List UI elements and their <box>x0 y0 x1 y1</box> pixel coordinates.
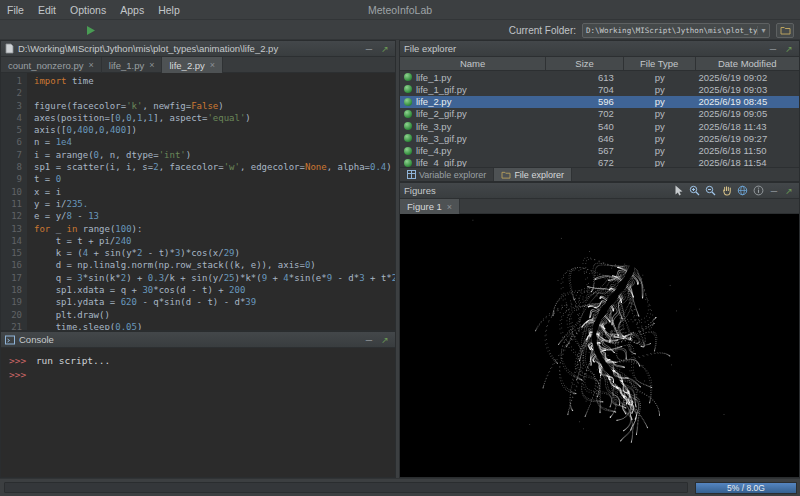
progress-bar <box>4 482 688 493</box>
minimize-icon[interactable]: ─ <box>363 334 375 346</box>
minimize-icon[interactable]: ─ <box>768 185 780 197</box>
minimize-icon[interactable]: ─ <box>363 43 375 55</box>
identify-info-icon[interactable] <box>752 184 765 197</box>
select-arrow-icon[interactable] <box>672 184 685 197</box>
file-name-cell: life_1.py <box>400 72 546 83</box>
table-row[interactable]: life_1.py613py2025/6/19 09:02 <box>400 71 799 83</box>
file-size-cell: 646 <box>546 133 624 144</box>
full-extent-globe-icon[interactable] <box>736 184 749 197</box>
figure-canvas-area[interactable] <box>400 214 799 477</box>
code-area[interactable]: import time figure(facecolor='k', newfig… <box>27 73 395 330</box>
figure-tab[interactable]: Figure 1 × <box>400 199 460 214</box>
editor-tab[interactable]: life_2.py× <box>162 57 223 73</box>
memory-usage-indicator: 5% / 8.0G <box>695 482 797 494</box>
figure-canvas[interactable] <box>400 214 799 477</box>
console-line: >>> <box>9 368 387 382</box>
float-panel-icon[interactable]: ↗ <box>379 334 391 346</box>
editor-tab-label: life_2.py <box>169 60 204 71</box>
file-size-cell: 702 <box>546 108 624 119</box>
tab-variable-explorer[interactable]: Variable explorer <box>400 168 494 181</box>
minimize-icon[interactable]: ─ <box>767 43 779 55</box>
console-title-bar: Console ─ ↗ <box>1 332 395 348</box>
file-date-cell: 2025/6/19 09:02 <box>696 72 799 83</box>
editor-tab[interactable]: life_1.py× <box>102 57 163 73</box>
editor-tab-bar: count_nonzero.py×life_1.py×life_2.py× <box>1 57 395 73</box>
figures-title: Figures <box>404 185 668 196</box>
terminal-icon <box>5 335 15 345</box>
tab-file-explorer[interactable]: File explorer <box>494 168 572 181</box>
zoom-in-icon[interactable] <box>688 184 701 197</box>
python-file-icon <box>404 122 412 130</box>
menu-file[interactable]: File <box>0 4 31 16</box>
editor-panel: D:\Working\MIScript\Jython\mis\plot_type… <box>0 40 396 331</box>
file-type-cell: py <box>624 133 696 144</box>
editor-title: D:\Working\MIScript\Jython\mis\plot_type… <box>18 43 359 54</box>
file-date-cell: 2025/6/18 11:50 <box>696 145 799 156</box>
tab-close-icon[interactable]: × <box>447 202 452 212</box>
file-date-cell: 2025/6/19 08:45 <box>696 96 799 107</box>
console-panel: Console ─ ↗ >>> run script...>>> <box>0 331 396 478</box>
figure-toolbar: ─ ↗ <box>672 184 795 197</box>
run-script-button[interactable] <box>82 22 98 38</box>
file-type-cell: py <box>624 72 696 83</box>
table-row[interactable]: life_1_gif.py704py2025/6/19 09:03 <box>400 83 799 95</box>
file-explorer-title: File explorer <box>404 43 763 54</box>
menu-bar: File Edit Options Apps Help MeteoInfoLab <box>0 0 800 20</box>
console-output[interactable]: >>> run script...>>> <box>1 348 395 477</box>
file-name-cell: life_3.py <box>400 121 546 132</box>
table-row[interactable]: life_2.py596py2025/6/19 08:45 <box>400 96 799 108</box>
file-name-cell: life_4.py <box>400 145 546 156</box>
file-size-cell: 540 <box>546 121 624 132</box>
editor-tab[interactable]: count_nonzero.py× <box>1 57 102 73</box>
file-name-cell: life_1_gif.py <box>400 84 546 95</box>
float-panel-icon[interactable]: ↗ <box>783 43 795 55</box>
menu-apps[interactable]: Apps <box>113 4 151 16</box>
memory-usage-label: 5% / 8.0G <box>727 483 765 493</box>
table-row[interactable]: life_2_gif.py702py2025/6/19 09:05 <box>400 108 799 120</box>
file-type-cell: py <box>624 145 696 156</box>
column-header-date-modified[interactable]: Date Modified <box>696 57 799 70</box>
menu-edit[interactable]: Edit <box>31 4 63 16</box>
status-bar: 5% / 8.0G <box>0 478 800 496</box>
tab-close-icon[interactable]: × <box>89 60 94 70</box>
table-row[interactable]: life_3.py540py2025/6/18 11:43 <box>400 120 799 132</box>
explorer-bottom-tabs: Variable explorerFile explorer <box>400 167 799 181</box>
python-file-icon <box>404 85 412 93</box>
file-name-cell: life_2.py <box>400 96 546 107</box>
file-size-cell: 672 <box>546 157 624 167</box>
column-header-size[interactable]: Size <box>546 57 624 70</box>
file-name-cell: life_3_gif.py <box>400 133 546 144</box>
table-row[interactable]: life_4_gif.py672py2025/6/18 11:54 <box>400 157 799 167</box>
code-editor[interactable]: 123456789101112131415161718192021 import… <box>1 73 395 330</box>
file-size-cell: 596 <box>546 96 624 107</box>
editor-tab-label: count_nonzero.py <box>8 60 84 71</box>
file-date-cell: 2025/6/19 09:03 <box>696 84 799 95</box>
tab-close-icon[interactable]: × <box>210 60 215 70</box>
column-header-name[interactable]: Name <box>400 57 546 70</box>
python-file-icon <box>404 110 412 118</box>
zoom-out-icon[interactable] <box>704 184 717 197</box>
python-file-icon <box>404 98 412 106</box>
grid-icon <box>407 170 416 179</box>
pan-hand-icon[interactable] <box>720 184 733 197</box>
menu-options[interactable]: Options <box>63 4 113 16</box>
table-row[interactable]: life_3_gif.py646py2025/6/19 09:27 <box>400 132 799 144</box>
folder-icon <box>780 26 791 35</box>
file-date-cell: 2025/6/19 09:05 <box>696 108 799 119</box>
float-panel-icon[interactable]: ↗ <box>783 185 795 197</box>
file-size-cell: 613 <box>546 72 624 83</box>
file-date-cell: 2025/6/18 11:43 <box>696 121 799 132</box>
column-header-filetype[interactable]: File Type <box>624 57 696 70</box>
table-row[interactable]: life_4.py567py2025/6/18 11:50 <box>400 145 799 157</box>
current-folder-combobox[interactable]: D:\Working\MIScript\Jython\mis\plot_type… <box>582 23 770 38</box>
editor-title-bar: D:\Working\MIScript\Jython\mis\plot_type… <box>1 41 395 57</box>
folder-icon <box>501 171 511 179</box>
float-panel-icon[interactable]: ↗ <box>379 43 391 55</box>
chevron-down-icon[interactable]: ▾ <box>757 26 769 35</box>
editor-tab-label: life_1.py <box>109 60 144 71</box>
tab-close-icon[interactable]: × <box>149 60 154 70</box>
menu-help[interactable]: Help <box>151 4 187 16</box>
browse-folder-button[interactable] <box>776 23 794 38</box>
meteoinfolab-window: File Edit Options Apps Help MeteoInfoLab… <box>0 0 800 496</box>
file-type-cell: py <box>624 121 696 132</box>
